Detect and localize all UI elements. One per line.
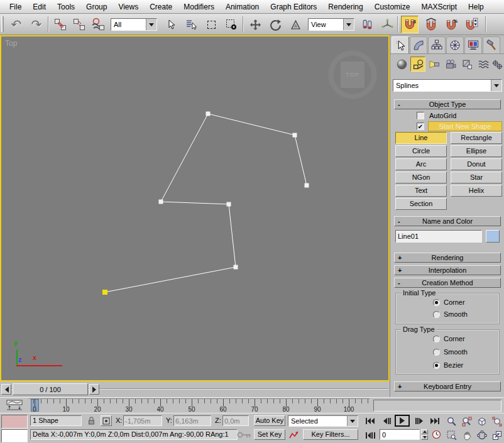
object-name-input[interactable] — [396, 231, 481, 242]
reference-coordinate-arrow[interactable] — [343, 19, 354, 30]
tab-modify[interactable] — [410, 36, 427, 53]
frame-spinner[interactable] — [421, 429, 428, 440]
unlink-selection-button[interactable] — [70, 16, 88, 33]
initial-type-corner-radio[interactable]: Corner — [433, 298, 465, 306]
object-type-line[interactable]: Line — [395, 132, 447, 144]
rollout-keyboard-entry[interactable]: + Keyboard Entry — [394, 381, 501, 391]
mini-curve-editor-button[interactable] — [4, 399, 25, 412]
drag-type-bezier-radio[interactable]: Bezier — [433, 361, 463, 369]
object-type-ngon[interactable]: NGon — [395, 172, 447, 183]
tab-motion[interactable] — [446, 36, 464, 53]
window-crossing-button[interactable] — [222, 16, 240, 33]
menu-help[interactable]: Help — [463, 3, 490, 11]
time-configuration-button[interactable] — [430, 429, 442, 440]
percent-snap-button[interactable]: % — [442, 16, 460, 33]
menu-modifiers[interactable]: Modifiers — [178, 3, 220, 11]
menu-customize[interactable]: Customize — [369, 3, 416, 11]
tab-hierarchy[interactable] — [428, 36, 446, 53]
autogrid-checkbox[interactable] — [417, 112, 424, 119]
tab-create[interactable] — [392, 36, 409, 53]
select-and-manipulate-button[interactable] — [378, 16, 396, 33]
category-geometry[interactable] — [394, 57, 409, 72]
time-slider-next-button[interactable] — [89, 384, 99, 395]
bind-to-space-warp-button[interactable] — [89, 16, 107, 33]
object-type-star[interactable]: Star — [451, 172, 502, 183]
object-type-text[interactable]: Text — [395, 185, 447, 197]
track-bar-ruler[interactable]: 0 10 20 30 40 50 60 70 80 90 100 — [29, 398, 370, 413]
toolbar-grip[interactable] — [1, 16, 4, 32]
keyboard-override-toggle[interactable] — [236, 427, 253, 442]
viewcube-top-face[interactable]: TOP — [341, 62, 364, 88]
category-lights[interactable] — [427, 57, 442, 72]
undo-button[interactable]: ↶ — [8, 16, 25, 33]
use-pivot-point-center-button[interactable] — [358, 16, 376, 33]
category-helpers[interactable] — [459, 57, 474, 72]
angle-snap-button[interactable] — [422, 16, 440, 33]
next-frame-button[interactable] — [412, 416, 426, 426]
object-type-rectangle[interactable]: Rectangle — [451, 132, 502, 144]
select-and-move-button[interactable] — [246, 16, 264, 33]
category-space-warps[interactable] — [476, 57, 491, 72]
selection-set-arrow[interactable] — [347, 416, 358, 426]
key-mode-toggle-button[interactable] — [363, 430, 377, 440]
object-type-helix[interactable]: Helix — [451, 185, 502, 197]
shape-category-dropdown[interactable]: Splines — [393, 79, 502, 92]
initial-type-smooth-radio[interactable]: Smooth — [433, 310, 468, 318]
zoom-all-button[interactable] — [460, 415, 474, 427]
select-and-rotate-button[interactable] — [266, 16, 284, 33]
rollout-interpolation[interactable]: + Interpolation — [394, 265, 501, 275]
auto-key-button[interactable]: Auto Key — [254, 415, 285, 426]
tab-utilities[interactable] — [483, 36, 500, 53]
redo-button[interactable]: ↷ — [28, 16, 45, 33]
min-max-toggle-button[interactable] — [490, 429, 504, 441]
object-type-donut[interactable]: Donut — [451, 158, 502, 170]
rollout-name-and-color[interactable]: - Name and Color — [394, 216, 501, 226]
object-color-swatch[interactable] — [486, 230, 500, 243]
play-animation-button[interactable] — [395, 415, 410, 427]
viewport-label[interactable]: Top — [5, 39, 17, 48]
tab-display[interactable] — [464, 36, 482, 53]
time-slider-handle[interactable]: 0 / 100 — [13, 383, 88, 395]
menu-edit[interactable]: Edit — [27, 3, 52, 11]
rollout-rendering[interactable]: + Rendering — [394, 253, 501, 263]
object-type-section[interactable]: Section — [395, 198, 447, 210]
menu-tools[interactable]: Tools — [52, 3, 80, 11]
start-new-shape-button[interactable]: Start New Shape — [428, 121, 502, 131]
select-and-link-button[interactable] — [52, 16, 69, 33]
menu-animation[interactable]: Animation — [220, 3, 265, 11]
spinner-snap-button[interactable] — [463, 16, 480, 33]
category-cameras[interactable] — [443, 57, 458, 72]
viewport-top[interactable]: Top TOP y z x — [0, 35, 390, 381]
drag-type-corner-radio[interactable]: Corner — [433, 335, 465, 342]
zoom-region-button[interactable] — [445, 429, 459, 441]
menu-maxscript[interactable]: MAXScript — [415, 3, 463, 11]
z-coord-input[interactable] — [223, 416, 248, 425]
select-by-name-button[interactable] — [182, 16, 200, 33]
select-and-scale-button[interactable] — [287, 16, 304, 33]
object-type-arc[interactable]: Arc — [395, 158, 447, 170]
viewcube[interactable]: TOP — [329, 51, 376, 99]
pan-view-button[interactable] — [460, 429, 474, 441]
maxscript-listener-white[interactable] — [1, 429, 28, 442]
rectangular-selection-region-button[interactable] — [202, 16, 220, 33]
selection-lock-toggle[interactable] — [85, 415, 97, 426]
drag-type-smooth-radio[interactable]: Smooth — [433, 348, 468, 356]
selection-set-dropdown[interactable]: Selected — [288, 415, 358, 427]
absolute-mode-toggle[interactable] — [101, 415, 112, 426]
rollout-object-type[interactable]: - Object Type — [394, 99, 501, 109]
menu-file[interactable]: File — [4, 3, 27, 11]
set-key-mode-button[interactable] — [288, 429, 299, 440]
rollout-creation-method[interactable]: - Creation Method — [394, 278, 501, 288]
go-to-end-button[interactable] — [427, 416, 441, 426]
zoom-button[interactable] — [445, 415, 459, 427]
object-type-ellipse[interactable]: Ellipse — [451, 145, 502, 157]
snaps-toggle-3d-button[interactable]: 3 — [401, 16, 419, 33]
selection-filter-arrow[interactable] — [146, 19, 156, 30]
object-type-circle[interactable]: Circle — [395, 145, 447, 157]
select-object-button[interactable] — [162, 16, 180, 33]
previous-frame-button[interactable] — [380, 416, 393, 426]
y-coord-input[interactable] — [174, 416, 211, 425]
menu-rendering[interactable]: Rendering — [322, 3, 368, 11]
reference-coordinate-dropdown[interactable]: View — [308, 18, 354, 31]
key-filters-button[interactable]: Key Filters... — [303, 429, 358, 440]
